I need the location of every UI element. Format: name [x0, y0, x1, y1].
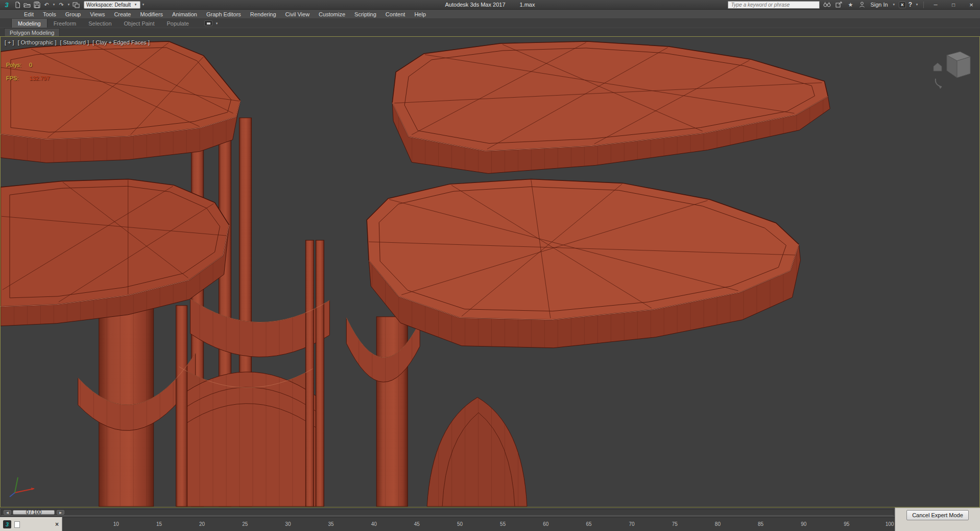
undo-icon[interactable]: ↶ [42, 1, 51, 9]
fps-stat: FPS: 132.797 [6, 72, 50, 85]
ruler-tick-65: 65 [586, 521, 591, 527]
communication-center-icon[interactable]: × [899, 2, 906, 8]
help-caret[interactable]: ▾ [915, 3, 919, 7]
fps-value: 132.797 [30, 75, 50, 81]
ruler-tick-40: 40 [371, 521, 377, 527]
help-icon[interactable]: ? [909, 1, 912, 8]
viewport-general-menu[interactable]: [ + ] [5, 39, 14, 45]
3dsmax-window: 3 ↶ ▾ ↷ ▾ Workspace: Default ▾ ▾ [0, 0, 980, 531]
viewport[interactable]: [ + ] [ Orthographic ] [ Standard ] [ Cl… [0, 36, 980, 507]
menu-create[interactable]: Create [109, 11, 135, 18]
search-input[interactable] [728, 1, 820, 9]
polygon-modeling-panel-tab[interactable]: Polygon Modeling [4, 28, 60, 36]
ribbon-tab-strip: ModelingFreeformSelectionObject PaintPop… [11, 19, 195, 28]
ribbon-tab-selection[interactable]: Selection [82, 19, 117, 28]
viewport-style-menu[interactable]: [ Standard ] [60, 39, 89, 45]
menubar: EditToolsGroupViewsCreateModifiersAnimat… [0, 10, 980, 19]
ribbon-controls: ▾ [204, 19, 219, 28]
ribbon-tab-freeform[interactable]: Freeform [47, 19, 83, 28]
new-scene-icon[interactable] [13, 1, 22, 9]
open-file-icon[interactable] [22, 1, 32, 9]
menu-animation[interactable]: Animation [168, 11, 202, 18]
ruler-tick-30: 30 [285, 521, 291, 527]
timeline-ruler[interactable]: 101520253035404550556065707580859095100 [0, 518, 980, 531]
close-button[interactable]: × [964, 1, 979, 9]
ruler-tick-60: 60 [543, 521, 548, 527]
share-icon[interactable] [834, 1, 843, 9]
menu-help[interactable]: Help [410, 11, 431, 18]
search-binoculars-icon[interactable] [822, 1, 831, 9]
ruler-tick-70: 70 [629, 521, 635, 527]
polys-value: 0 [29, 62, 32, 68]
ruler-tick-80: 80 [715, 521, 721, 527]
cancel-expert-mode-button[interactable]: Cancel Expert Mode [906, 510, 969, 520]
ruler-tick-50: 50 [457, 521, 463, 527]
sign-in-caret[interactable]: ▾ [892, 3, 896, 7]
quick-access-toolbar: 3 ↶ ▾ ↷ ▾ Workspace: Default ▾ ▾ [1, 1, 146, 9]
menu-modifiers[interactable]: Modifiers [135, 11, 168, 18]
menu-customize[interactable]: Customize [314, 11, 350, 18]
workspace-caret-icon: ▾ [133, 3, 138, 7]
ribbon-tabs-row: ModelingFreeformSelectionObject PaintPop… [0, 19, 980, 28]
menu-edit[interactable]: Edit [19, 11, 38, 18]
minimize-button[interactable]: ─ [928, 1, 943, 9]
redo-icon[interactable]: ↷ [57, 1, 66, 9]
favorites-star-icon[interactable]: ★ [846, 1, 855, 9]
viewport-3d-scene[interactable] [1, 37, 979, 507]
menu-tools[interactable]: Tools [38, 11, 61, 18]
undo-dropdown-caret[interactable]: ▾ [52, 3, 56, 7]
viewport-pov-menu[interactable]: [ Orthographic ] [18, 39, 57, 45]
polys-stat: Polys: 0 [6, 58, 50, 72]
sign-in-button[interactable]: Sign In [869, 2, 889, 8]
expert-mode-panel: Cancel Expert Mode [895, 507, 980, 531]
ribbon-tab-object-paint[interactable]: Object Paint [118, 19, 161, 28]
user-icon[interactable] [857, 1, 867, 9]
app-title: Autodesk 3ds Max 2017 [445, 2, 506, 8]
trackbar: 101520253035404550556065707580859095100 [0, 517, 980, 531]
menu-civil-view[interactable]: Civil View [281, 11, 314, 18]
save-icon[interactable] [32, 1, 41, 9]
workspace-selector[interactable]: Workspace: Default ▾ [84, 1, 140, 9]
time-slider-track[interactable]: ◀ 0 / 100 ▶ [1, 509, 894, 516]
ruler-tick-95: 95 [844, 521, 849, 527]
time-slider-handle[interactable]: 0 / 100 [13, 510, 55, 515]
previous-frame-button[interactable]: ◀ [4, 510, 11, 515]
viewport-shading-menu[interactable]: [ Clay + Edged Faces ] [92, 39, 150, 45]
ruler-tick-55: 55 [500, 521, 506, 527]
menu-content[interactable]: Content [381, 11, 410, 18]
ruler-tick-90: 90 [801, 521, 806, 527]
menu-rendering[interactable]: Rendering [246, 11, 281, 18]
titlebar-separator [923, 2, 924, 8]
infocenter: ★ Sign In ▾ × ? ▾ ─ □ × [728, 1, 979, 9]
maximize-button[interactable]: □ [946, 1, 961, 9]
ruler-tick-20: 20 [199, 521, 205, 527]
ruler-tick-35: 35 [328, 521, 333, 527]
ribbon-display-caret[interactable]: ▾ [214, 21, 219, 26]
ribbon-panel-row: Polygon Modeling [0, 28, 980, 36]
menu-scripting[interactable]: Scripting [350, 11, 381, 18]
toolbar-overflow-caret[interactable]: ▾ [141, 3, 146, 7]
workspace-label: Workspace: Default [86, 2, 131, 8]
menu-views[interactable]: Views [85, 11, 109, 18]
polys-label: Polys: [6, 62, 21, 68]
ribbon-tab-populate[interactable]: Populate [160, 19, 195, 28]
menu-graph-editors[interactable]: Graph Editors [202, 11, 246, 18]
model-table-top-right[interactable] [392, 41, 830, 173]
app-logo-icon[interactable]: 3 [1, 1, 12, 9]
ribbon-display-toggle-icon[interactable] [204, 20, 212, 26]
ruler-tick-45: 45 [414, 521, 420, 527]
next-frame-button[interactable]: ▶ [57, 510, 64, 515]
menu-group[interactable]: Group [61, 11, 86, 18]
minimized-window-close-icon[interactable]: × [55, 521, 59, 528]
file-name: 1.max [520, 2, 535, 8]
viewcube[interactable] [930, 47, 973, 90]
ruler-tick-10: 10 [113, 521, 119, 527]
redo-dropdown-caret[interactable]: ▾ [66, 3, 71, 7]
model-table-center[interactable] [367, 179, 800, 348]
fps-label: FPS: [6, 75, 18, 81]
ribbon-tab-modeling[interactable]: Modeling [11, 19, 47, 28]
window-title: Autodesk 3ds Max 2017 1.max [445, 2, 535, 8]
scene-link-icon[interactable] [71, 1, 81, 9]
minimized-window[interactable]: 3 × [0, 517, 62, 531]
ruler-tick-75: 75 [672, 521, 678, 527]
